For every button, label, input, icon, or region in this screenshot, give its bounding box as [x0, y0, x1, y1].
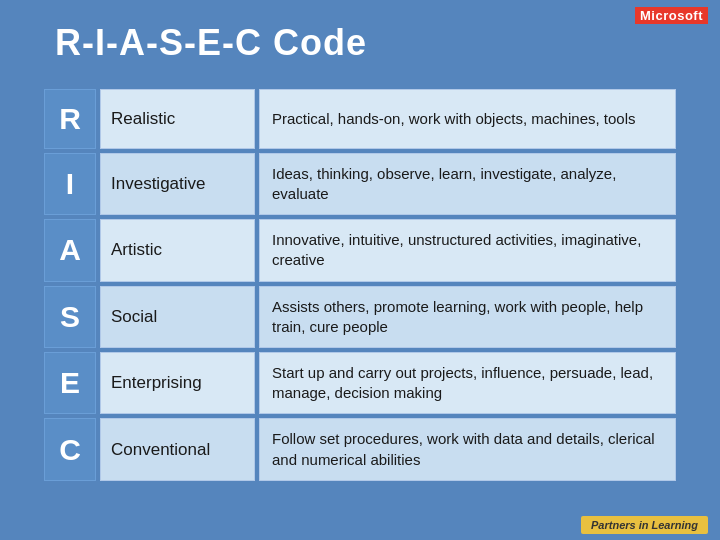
cell-name: Conventional: [100, 418, 255, 481]
table-row: SSocialAssists others, promote learning,…: [44, 286, 676, 348]
table-container: RRealisticPractical, hands-on, work with…: [40, 85, 680, 485]
cell-description: Practical, hands-on, work with objects, …: [259, 89, 676, 149]
cell-letter: C: [44, 418, 96, 481]
table-row: AArtisticInnovative, intuitive, unstruct…: [44, 219, 676, 281]
cell-name: Social: [100, 286, 255, 348]
microsoft-label: Microsoft: [635, 7, 708, 24]
cell-name: Artistic: [100, 219, 255, 281]
riasec-table: RRealisticPractical, hands-on, work with…: [40, 85, 680, 485]
cell-description: Assists others, promote learning, work w…: [259, 286, 676, 348]
cell-letter: R: [44, 89, 96, 149]
cell-letter: S: [44, 286, 96, 348]
microsoft-logo: Microsoft: [635, 8, 708, 23]
cell-description: Innovative, intuitive, unstructured acti…: [259, 219, 676, 281]
cell-letter: E: [44, 352, 96, 414]
table-row: CConventionalFollow set procedures, work…: [44, 418, 676, 481]
partners-badge: Partners in Learning: [581, 516, 708, 534]
cell-name: Investigative: [100, 153, 255, 215]
cell-description: Ideas, thinking, observe, learn, investi…: [259, 153, 676, 215]
cell-name: Realistic: [100, 89, 255, 149]
table-row: RRealisticPractical, hands-on, work with…: [44, 89, 676, 149]
cell-letter: A: [44, 219, 96, 281]
page-title: R-I-A-S-E-C Code: [55, 22, 367, 64]
cell-description: Start up and carry out projects, influen…: [259, 352, 676, 414]
table-row: IInvestigativeIdeas, thinking, observe, …: [44, 153, 676, 215]
cell-name: Enterprising: [100, 352, 255, 414]
cell-letter: I: [44, 153, 96, 215]
cell-description: Follow set procedures, work with data an…: [259, 418, 676, 481]
table-row: EEnterprisingStart up and carry out proj…: [44, 352, 676, 414]
page-container: Microsoft R-I-A-S-E-C Code RRealisticPra…: [0, 0, 720, 540]
